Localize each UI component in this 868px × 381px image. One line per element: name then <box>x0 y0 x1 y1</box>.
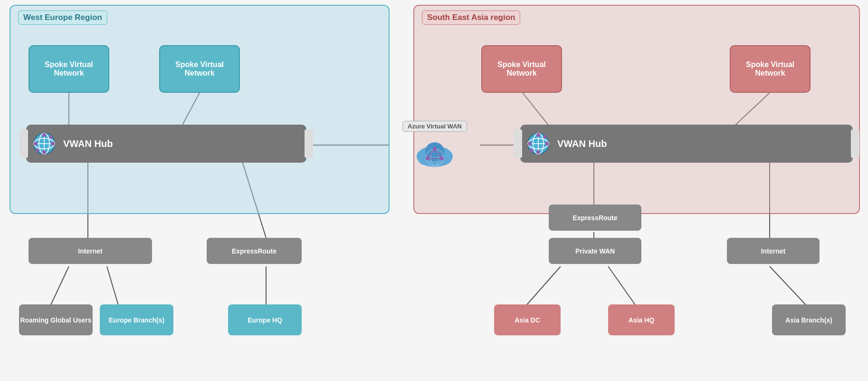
roaming-users-node[interactable]: Roaming Global Users <box>19 304 93 335</box>
asia-vwan-hub[interactable]: VWAN Hub <box>520 125 853 163</box>
asia-region: South East Asia region <box>413 5 860 214</box>
svg-point-40 <box>440 156 444 160</box>
west-europe-region: West Europe Region <box>10 5 390 214</box>
svg-point-25 <box>42 150 46 154</box>
svg-point-49 <box>536 150 540 154</box>
svg-point-48 <box>536 133 540 137</box>
diagram: West Europe Region South East Asia regio… <box>0 0 868 381</box>
asia-private-wan-connector[interactable]: Private WAN <box>549 238 641 264</box>
svg-line-16 <box>770 266 808 307</box>
west-spoke-1[interactable]: Spoke Virtual Network <box>29 45 109 93</box>
svg-point-26 <box>36 149 39 152</box>
asia-hub-left-tab <box>514 129 522 158</box>
svg-point-23 <box>51 142 55 146</box>
asia-hub-label: VWAN Hub <box>557 138 607 149</box>
asia-spoke-2[interactable]: Spoke Virtual Network <box>730 45 811 93</box>
asia-spoke-1[interactable]: Spoke Virtual Network <box>481 45 562 93</box>
asia-dc-node[interactable]: Asia DC <box>494 304 561 335</box>
azure-wan: Azure Virtual WAN <box>390 117 480 178</box>
svg-line-14 <box>608 266 637 307</box>
hub-left-tab <box>19 129 28 158</box>
globe-icon-west <box>31 130 57 157</box>
svg-line-13 <box>525 266 561 307</box>
globe-icon-asia <box>525 130 552 157</box>
svg-point-22 <box>34 142 38 146</box>
west-spoke-2[interactable]: Spoke Virtual Network <box>159 45 240 93</box>
west-internet-connector[interactable]: Internet <box>29 238 152 264</box>
west-vwan-hub[interactable]: VWAN Hub <box>26 125 306 163</box>
azure-wan-label: Azure Virtual WAN <box>402 121 467 132</box>
svg-point-51 <box>544 136 547 139</box>
svg-point-38 <box>433 147 437 151</box>
svg-line-4 <box>50 266 69 307</box>
svg-point-50 <box>530 149 534 152</box>
svg-point-39 <box>426 156 429 160</box>
cloud-icon <box>411 134 458 174</box>
west-expressroute-connector[interactable]: ExpressRoute <box>207 238 302 264</box>
europe-branches-node[interactable]: Europe Branch(s) <box>100 304 173 335</box>
asia-hq-node[interactable]: Asia HQ <box>608 304 675 335</box>
svg-point-46 <box>528 142 532 146</box>
asia-expressroute-top[interactable]: ExpressRoute <box>549 205 641 231</box>
svg-point-47 <box>545 142 549 146</box>
europe-hq-node[interactable]: Europe HQ <box>228 304 302 335</box>
asia-hub-right-tab <box>851 129 859 158</box>
hub-right-tab <box>305 129 313 158</box>
svg-point-24 <box>42 133 46 137</box>
west-region-label: West Europe Region <box>18 10 107 25</box>
west-hub-label: VWAN Hub <box>63 138 113 149</box>
svg-point-27 <box>49 136 53 139</box>
asia-internet-connector[interactable]: Internet <box>727 238 820 264</box>
asia-branches-node[interactable]: Asia Branch(s) <box>772 304 846 335</box>
svg-line-5 <box>107 266 119 307</box>
asia-region-label: South East Asia region <box>422 10 520 25</box>
